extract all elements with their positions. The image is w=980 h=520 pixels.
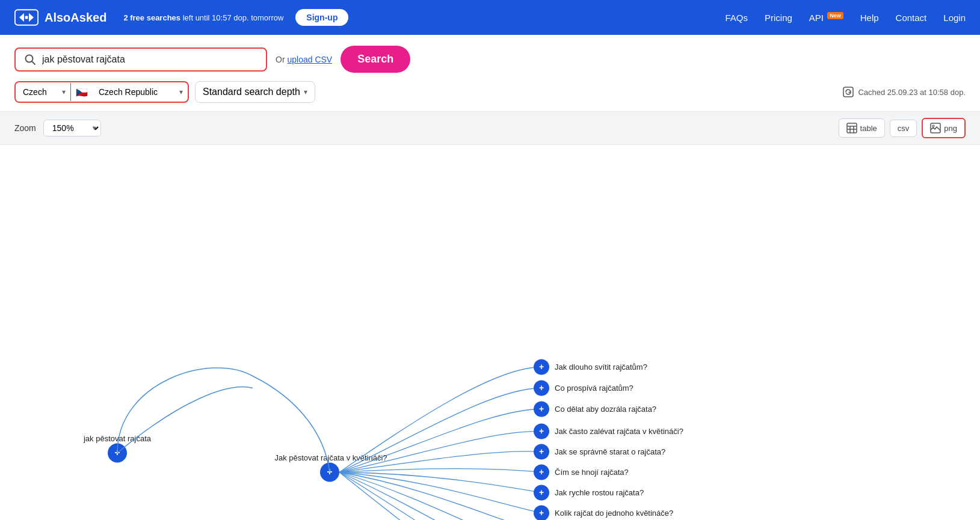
search-input[interactable] [42, 54, 257, 65]
child-node-label: Jak pěstovat rajčata v květináči? [274, 453, 387, 462]
nav-api[interactable]: API New [809, 13, 843, 23]
language-country-group: Czech English German ▾ 🇨🇿 Czech Republic… [14, 81, 189, 103]
branch-label-3: Co dělat aby dozrála rajčata? [555, 405, 656, 414]
line-6 [339, 469, 541, 473]
search-input-wrap [14, 47, 267, 72]
free-searches-info: 2 free searches left until 10:57 dop. to… [123, 13, 283, 22]
svg-text:+: + [539, 488, 544, 497]
branch-label-8: Kolik rajčat do jednoho květináče? [555, 509, 673, 518]
table-icon [846, 123, 857, 133]
line-root-to-branch [117, 387, 253, 453]
search-row: Or upload CSV Search [14, 46, 966, 73]
svg-rect-6 [843, 87, 853, 97]
svg-marker-1 [19, 13, 24, 22]
mindmap-canvas: jak pěstovat rajčata + Jak pěstovat rajč… [0, 145, 980, 520]
signup-button[interactable]: Sign-up [295, 9, 348, 26]
country-select[interactable]: Czech Republic United States United King… [91, 82, 176, 102]
svg-text:+: + [539, 404, 544, 414]
svg-rect-7 [847, 123, 857, 133]
svg-text:+: + [539, 447, 544, 456]
export-png-label: png [944, 124, 957, 133]
country-chevron-icon: ▾ [179, 88, 183, 96]
branch-label-4: Jak často zalévat rajčata v květináči? [555, 427, 683, 436]
free-searches-count: 2 free searches [123, 13, 180, 22]
branch-label-5: Jak se správně starat o rajčata? [555, 447, 665, 456]
branch-label-2: Co prospívá rajčatům? [555, 384, 633, 393]
export-png-button[interactable]: png [922, 118, 966, 138]
line-3 [339, 409, 541, 473]
country-flag-icon: 🇨🇿 [76, 87, 88, 98]
country-select-wrapper: 🇨🇿 Czech Republic United States United K… [71, 82, 188, 102]
logo-area: AlsoAsked [14, 9, 106, 26]
header: AlsoAsked 2 free searches left until 10:… [0, 0, 980, 35]
zoom-select[interactable]: 50% 75% 100% 125% 150% 200% [43, 120, 101, 136]
cached-info: Cached 25.09.23 at 10:58 dop. [842, 86, 966, 98]
svg-point-13 [932, 125, 934, 127]
zoom-select-wrapper: 50% 75% 100% 125% 150% 200% ▾ [43, 120, 101, 136]
svg-text:+: + [539, 383, 544, 393]
mindmap-svg: jak pěstovat rajčata + Jak pěstovat rajč… [0, 145, 980, 520]
svg-text:+: + [539, 508, 544, 518]
depth-label: Standard search depth [203, 87, 300, 97]
svg-text:+: + [539, 362, 544, 372]
toolbar: Zoom 50% 75% 100% 125% 150% 200% ▾ table… [0, 112, 980, 145]
nav-pricing[interactable]: Pricing [765, 13, 792, 23]
nav-login[interactable]: Login [943, 13, 966, 23]
branch-label-6: Čím se hnojí rajčata? [555, 468, 629, 477]
search-section: Or upload CSV Search Czech English Germa… [0, 35, 980, 112]
root-node-label: jak pěstovat rajčata [83, 434, 152, 443]
zoom-label: Zoom [14, 123, 36, 133]
header-nav: FAQs Pricing API New Help Contact Login [725, 13, 966, 23]
svg-text:+: + [539, 467, 544, 477]
api-new-badge: New [827, 12, 843, 19]
line-13 [339, 473, 541, 521]
logo-icon [14, 9, 39, 26]
export-csv-button[interactable]: csv [890, 120, 917, 137]
branch-label-7: Jak rychle rostou rajčata? [555, 488, 644, 497]
svg-line-5 [32, 61, 35, 64]
language-select-wrapper: Czech English German ▾ [16, 82, 70, 102]
refresh-icon [842, 86, 854, 98]
svg-marker-2 [29, 13, 34, 22]
depth-chevron-icon: ▾ [304, 88, 307, 96]
logo-text: AlsoAsked [45, 11, 106, 25]
export-table-button[interactable]: table [839, 118, 885, 138]
filter-row: Czech English German ▾ 🇨🇿 Czech Republic… [14, 81, 966, 103]
upload-csv-area: Or upload CSV [276, 55, 332, 64]
language-select[interactable]: Czech English German [16, 82, 70, 102]
free-searches-suffix: left until 10:57 dop. tomorrow [183, 13, 284, 22]
svg-text:+: + [539, 426, 544, 436]
branch-label-1: Jak dlouho svítit rajčatům? [555, 362, 647, 372]
image-icon [930, 123, 941, 133]
upload-csv-link[interactable]: upload CSV [287, 55, 332, 64]
search-button[interactable]: Search [341, 46, 410, 73]
toolbar-right: table csv png [839, 118, 966, 138]
export-csv-label: csv [898, 124, 910, 133]
export-table-label: table [860, 124, 877, 133]
cached-text: Cached 25.09.23 at 10:58 dop. [858, 88, 966, 97]
svg-rect-3 [25, 16, 28, 19]
nav-help[interactable]: Help [860, 13, 879, 23]
nav-faqs[interactable]: FAQs [725, 13, 748, 23]
nav-contact[interactable]: Contact [896, 13, 927, 23]
search-icon [24, 54, 36, 66]
depth-select-wrap[interactable]: Standard search depth ▾ [195, 81, 315, 103]
